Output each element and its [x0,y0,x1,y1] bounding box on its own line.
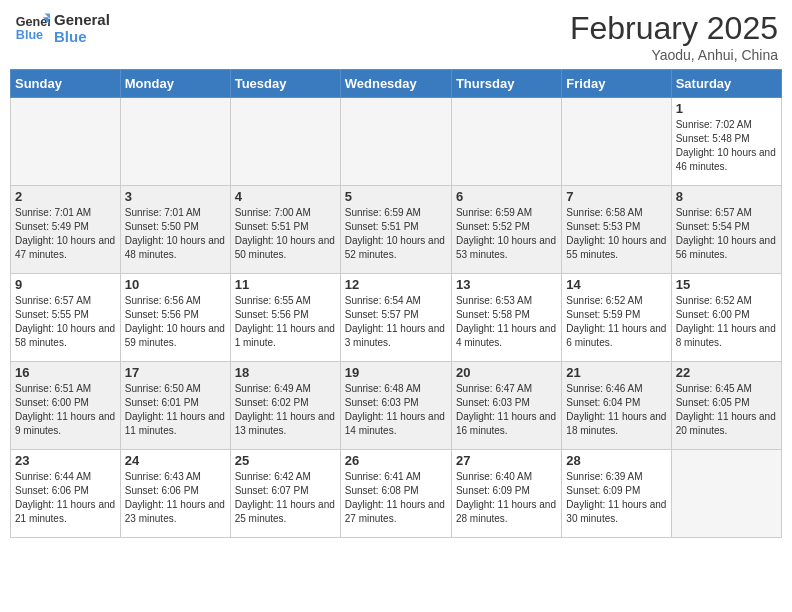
day-number: 5 [345,189,447,204]
day-info: Sunrise: 7:02 AM Sunset: 5:48 PM Dayligh… [676,118,777,174]
day-number: 28 [566,453,666,468]
calendar-cell: 23Sunrise: 6:44 AM Sunset: 6:06 PM Dayli… [11,450,121,538]
day-number: 4 [235,189,336,204]
day-number: 2 [15,189,116,204]
day-number: 10 [125,277,226,292]
day-number: 14 [566,277,666,292]
day-number: 24 [125,453,226,468]
day-info: Sunrise: 6:50 AM Sunset: 6:01 PM Dayligh… [125,382,226,438]
calendar-table: SundayMondayTuesdayWednesdayThursdayFrid… [10,69,782,538]
day-info: Sunrise: 6:39 AM Sunset: 6:09 PM Dayligh… [566,470,666,526]
day-number: 22 [676,365,777,380]
location-subtitle: Yaodu, Anhui, China [570,47,778,63]
calendar-cell: 5Sunrise: 6:59 AM Sunset: 5:51 PM Daylig… [340,186,451,274]
day-number: 26 [345,453,447,468]
calendar-cell: 24Sunrise: 6:43 AM Sunset: 6:06 PM Dayli… [120,450,230,538]
calendar-cell: 22Sunrise: 6:45 AM Sunset: 6:05 PM Dayli… [671,362,781,450]
day-number: 3 [125,189,226,204]
day-number: 25 [235,453,336,468]
calendar-cell: 17Sunrise: 6:50 AM Sunset: 6:01 PM Dayli… [120,362,230,450]
week-row-1: 1Sunrise: 7:02 AM Sunset: 5:48 PM Daylig… [11,98,782,186]
calendar-cell: 1Sunrise: 7:02 AM Sunset: 5:48 PM Daylig… [671,98,781,186]
calendar-cell: 15Sunrise: 6:52 AM Sunset: 6:00 PM Dayli… [671,274,781,362]
calendar-cell [120,98,230,186]
day-number: 12 [345,277,447,292]
week-row-2: 2Sunrise: 7:01 AM Sunset: 5:49 PM Daylig… [11,186,782,274]
week-row-5: 23Sunrise: 6:44 AM Sunset: 6:06 PM Dayli… [11,450,782,538]
calendar-cell: 10Sunrise: 6:56 AM Sunset: 5:56 PM Dayli… [120,274,230,362]
logo-general: General [54,11,110,28]
calendar-cell: 12Sunrise: 6:54 AM Sunset: 5:57 PM Dayli… [340,274,451,362]
calendar-cell: 6Sunrise: 6:59 AM Sunset: 5:52 PM Daylig… [451,186,561,274]
logo-blue: Blue [54,28,110,45]
svg-text:Blue: Blue [16,28,43,42]
weekday-saturday: Saturday [671,70,781,98]
calendar-cell [562,98,671,186]
weekday-thursday: Thursday [451,70,561,98]
day-number: 6 [456,189,557,204]
weekday-friday: Friday [562,70,671,98]
week-row-3: 9Sunrise: 6:57 AM Sunset: 5:55 PM Daylig… [11,274,782,362]
day-info: Sunrise: 7:00 AM Sunset: 5:51 PM Dayligh… [235,206,336,262]
day-number: 27 [456,453,557,468]
day-info: Sunrise: 6:47 AM Sunset: 6:03 PM Dayligh… [456,382,557,438]
calendar-cell: 19Sunrise: 6:48 AM Sunset: 6:03 PM Dayli… [340,362,451,450]
day-info: Sunrise: 6:58 AM Sunset: 5:53 PM Dayligh… [566,206,666,262]
day-number: 16 [15,365,116,380]
day-info: Sunrise: 6:56 AM Sunset: 5:56 PM Dayligh… [125,294,226,350]
day-info: Sunrise: 7:01 AM Sunset: 5:50 PM Dayligh… [125,206,226,262]
day-number: 13 [456,277,557,292]
day-info: Sunrise: 6:41 AM Sunset: 6:08 PM Dayligh… [345,470,447,526]
day-info: Sunrise: 6:55 AM Sunset: 5:56 PM Dayligh… [235,294,336,350]
day-number: 18 [235,365,336,380]
day-info: Sunrise: 6:54 AM Sunset: 5:57 PM Dayligh… [345,294,447,350]
calendar-cell: 25Sunrise: 6:42 AM Sunset: 6:07 PM Dayli… [230,450,340,538]
day-info: Sunrise: 7:01 AM Sunset: 5:49 PM Dayligh… [15,206,116,262]
calendar-cell: 11Sunrise: 6:55 AM Sunset: 5:56 PM Dayli… [230,274,340,362]
calendar-cell: 7Sunrise: 6:58 AM Sunset: 5:53 PM Daylig… [562,186,671,274]
weekday-monday: Monday [120,70,230,98]
day-number: 8 [676,189,777,204]
day-info: Sunrise: 6:44 AM Sunset: 6:06 PM Dayligh… [15,470,116,526]
day-info: Sunrise: 6:40 AM Sunset: 6:09 PM Dayligh… [456,470,557,526]
calendar-cell: 18Sunrise: 6:49 AM Sunset: 6:02 PM Dayli… [230,362,340,450]
day-number: 20 [456,365,557,380]
logo-icon: General Blue [14,10,50,46]
calendar-cell: 14Sunrise: 6:52 AM Sunset: 5:59 PM Dayli… [562,274,671,362]
day-number: 23 [15,453,116,468]
calendar-cell [451,98,561,186]
calendar-cell: 8Sunrise: 6:57 AM Sunset: 5:54 PM Daylig… [671,186,781,274]
day-info: Sunrise: 6:52 AM Sunset: 6:00 PM Dayligh… [676,294,777,350]
day-info: Sunrise: 6:59 AM Sunset: 5:51 PM Dayligh… [345,206,447,262]
logo: General Blue General Blue [14,10,110,46]
day-number: 7 [566,189,666,204]
weekday-tuesday: Tuesday [230,70,340,98]
day-number: 21 [566,365,666,380]
title-block: February 2025 Yaodu, Anhui, China [570,10,778,63]
calendar-cell [671,450,781,538]
day-info: Sunrise: 6:59 AM Sunset: 5:52 PM Dayligh… [456,206,557,262]
calendar-cell: 16Sunrise: 6:51 AM Sunset: 6:00 PM Dayli… [11,362,121,450]
calendar-cell: 9Sunrise: 6:57 AM Sunset: 5:55 PM Daylig… [11,274,121,362]
day-info: Sunrise: 6:49 AM Sunset: 6:02 PM Dayligh… [235,382,336,438]
weekday-wednesday: Wednesday [340,70,451,98]
day-number: 19 [345,365,447,380]
weekday-header-row: SundayMondayTuesdayWednesdayThursdayFrid… [11,70,782,98]
day-info: Sunrise: 6:52 AM Sunset: 5:59 PM Dayligh… [566,294,666,350]
week-row-4: 16Sunrise: 6:51 AM Sunset: 6:00 PM Dayli… [11,362,782,450]
day-info: Sunrise: 6:57 AM Sunset: 5:55 PM Dayligh… [15,294,116,350]
calendar-cell: 13Sunrise: 6:53 AM Sunset: 5:58 PM Dayli… [451,274,561,362]
day-info: Sunrise: 6:45 AM Sunset: 6:05 PM Dayligh… [676,382,777,438]
day-info: Sunrise: 6:51 AM Sunset: 6:00 PM Dayligh… [15,382,116,438]
calendar-cell: 4Sunrise: 7:00 AM Sunset: 5:51 PM Daylig… [230,186,340,274]
calendar-cell: 21Sunrise: 6:46 AM Sunset: 6:04 PM Dayli… [562,362,671,450]
day-info: Sunrise: 6:46 AM Sunset: 6:04 PM Dayligh… [566,382,666,438]
month-title: February 2025 [570,10,778,47]
calendar-cell [230,98,340,186]
day-number: 1 [676,101,777,116]
day-info: Sunrise: 6:53 AM Sunset: 5:58 PM Dayligh… [456,294,557,350]
calendar-cell: 28Sunrise: 6:39 AM Sunset: 6:09 PM Dayli… [562,450,671,538]
day-info: Sunrise: 6:57 AM Sunset: 5:54 PM Dayligh… [676,206,777,262]
day-number: 9 [15,277,116,292]
calendar-cell [11,98,121,186]
